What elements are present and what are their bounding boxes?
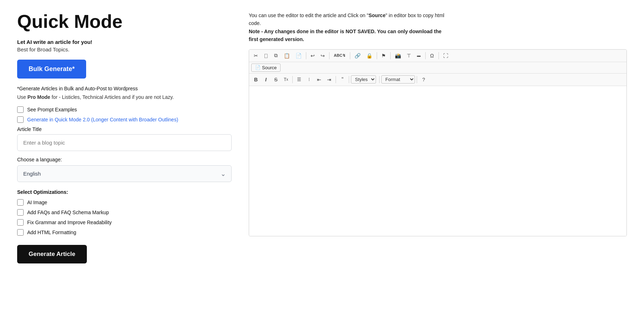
source-label: Source — [262, 65, 277, 70]
bulk-generate-button[interactable]: Bulk Generate* — [17, 60, 86, 79]
source-icon: 📄 — [255, 65, 261, 70]
article-title-input[interactable] — [17, 134, 232, 151]
toolbar-undo-button[interactable]: ↩ — [308, 51, 317, 60]
toolbar-italic-button[interactable]: I — [261, 75, 271, 84]
ai-image-label: AI Image — [27, 200, 47, 205]
faqs-row: Add FAQs and FAQ Schema Markup — [17, 209, 232, 216]
toolbar-indent-button[interactable]: ⇥ — [325, 75, 334, 84]
prompt-examples-row: See Prompt Examples — [17, 106, 232, 113]
faqs-label: Add FAQs and FAQ Schema Markup — [27, 210, 109, 215]
subtitle-normal: Best for Broad Topics. — [17, 46, 232, 52]
editor-toolbar-row2: B I S Tx ☰ ⁝ ⇤ ⇥ “ Styles Format Normal — [249, 74, 626, 86]
toolbar-redo-button[interactable]: ↪ — [318, 51, 327, 60]
toolbar-strikethrough-button[interactable]: S — [271, 75, 281, 84]
prompt-examples-label: See Prompt Examples — [27, 107, 77, 112]
toolbar-divider-2 — [329, 52, 330, 59]
toolbar-divider-7 — [439, 52, 439, 59]
pro-mode-suffix: for - Listicles, Technical Articles and … — [50, 94, 174, 100]
optimizations-label: Select Optimizations: — [17, 189, 232, 195]
editor-source-row: 📄 Source — [249, 62, 626, 74]
article-title-label: Article Title — [17, 126, 232, 132]
toolbar-divider-8 — [292, 76, 293, 83]
left-panel: Quick Mode Let AI write an article for y… — [17, 11, 232, 263]
toolbar-link-button[interactable]: 🔗 — [352, 51, 363, 60]
html-format-row: Add HTML Formatting — [17, 229, 232, 236]
toolbar-blockquote-button[interactable]: “ — [338, 75, 347, 84]
toolbar-copy2-button[interactable]: ⧉ — [271, 51, 281, 60]
format-select[interactable]: Format Normal Heading 1 Heading 2 Headin… — [381, 75, 415, 84]
html-format-label: Add HTML Formatting — [27, 230, 76, 235]
toolbar-cut-button[interactable]: ✂ — [251, 51, 261, 60]
toolbar-fullscreen-button[interactable]: ⛶ — [441, 51, 451, 60]
quick-mode-row: Generate in Quick Mode 2.0 (Longer Conte… — [17, 116, 232, 123]
page-title: Quick Mode — [17, 11, 232, 32]
subtitle-bold: Let AI write an article for you! — [17, 39, 232, 45]
toolbar-help-button[interactable]: ? — [419, 75, 428, 84]
right-panel: You can use the editor to edit the artic… — [249, 11, 627, 263]
bulk-desc: *Generate Articles in Bulk and Auto-Post… — [17, 86, 232, 91]
toolbar-bold-button[interactable]: B — [251, 75, 261, 84]
faqs-checkbox[interactable] — [17, 209, 24, 216]
editor-info-source: Source — [368, 12, 385, 18]
language-select[interactable]: English Spanish French German Portuguese… — [17, 165, 232, 182]
toolbar-image-button[interactable]: 📸 — [392, 51, 403, 60]
toolbar-divider-9 — [336, 76, 336, 83]
toolbar-spell-button[interactable]: ABC↯ — [331, 51, 348, 60]
language-label: Choose a language: — [17, 157, 232, 162]
toolbar-divider-12 — [417, 76, 417, 83]
editor-body[interactable] — [249, 86, 626, 236]
toolbar-hrule-button[interactable]: ▬ — [414, 51, 423, 60]
language-select-wrapper: English Spanish French German Portuguese… — [17, 165, 232, 182]
ai-image-checkbox[interactable] — [17, 199, 24, 206]
pro-mode-text: Use Pro Mode for - Listicles, Technical … — [17, 94, 232, 100]
generate-article-button[interactable]: Generate Article — [17, 245, 87, 263]
quick-mode-checkbox[interactable] — [17, 116, 24, 123]
toolbar-divider-6 — [425, 52, 426, 59]
styles-select[interactable]: Styles — [351, 75, 376, 84]
toolbar-divider-11 — [379, 76, 380, 83]
toolbar-paste-button[interactable]: 📋 — [281, 51, 292, 60]
editor-toolbar-row1: ✂ ⎕ ⧉ 📋 📄 ↩ ↪ ABC↯ 🔗 🔒 ⚑ 📸 ⊤ ▬ — [249, 50, 626, 62]
pro-mode-prefix: Use — [17, 94, 28, 100]
editor-info-text1: You can use the editor to edit the artic… — [249, 12, 368, 18]
toolbar-divider-5 — [390, 52, 391, 59]
ai-image-row: AI Image — [17, 199, 232, 206]
grammar-checkbox[interactable] — [17, 219, 24, 226]
toolbar-copy-button[interactable]: ⎕ — [261, 51, 271, 60]
grammar-row: Fix Grammar and Improve Readability — [17, 219, 232, 226]
quick-mode-link[interactable]: Generate in Quick Mode 2.0 (Longer Conte… — [27, 117, 178, 122]
toolbar-divider-10 — [349, 76, 349, 83]
toolbar-divider-1 — [306, 52, 306, 59]
toolbar-divider-4 — [377, 52, 377, 59]
toolbar-table-button[interactable]: ⊤ — [404, 51, 413, 60]
source-button[interactable]: 📄 Source — [251, 64, 281, 72]
html-format-checkbox[interactable] — [17, 229, 24, 236]
toolbar-omega-button[interactable]: Ω — [427, 51, 437, 60]
grammar-label: Fix Grammar and Improve Readability — [27, 220, 112, 225]
editor-box: ✂ ⎕ ⧉ 📋 📄 ↩ ↪ ABC↯ 🔗 🔒 ⚑ 📸 ⊤ ▬ — [249, 49, 627, 236]
toolbar-unlink-button[interactable]: 🔒 — [364, 51, 375, 60]
toolbar-ol-button[interactable]: ☰ — [294, 75, 304, 84]
toolbar-paste2-button[interactable]: 📄 — [293, 51, 304, 60]
prompt-examples-checkbox[interactable] — [17, 106, 24, 113]
toolbar-flag-button[interactable]: ⚑ — [379, 51, 388, 60]
editor-info: You can use the editor to edit the artic… — [249, 11, 449, 44]
toolbar-divider-3 — [350, 52, 350, 59]
toolbar-ul-button[interactable]: ⁝ — [304, 75, 314, 84]
pro-mode-word: Pro Mode — [28, 94, 50, 100]
toolbar-outdent-button[interactable]: ⇤ — [314, 75, 324, 84]
editor-info-note: Note - Any changes done in the editor is… — [249, 29, 441, 42]
toolbar-clear-format-button[interactable]: Tx — [281, 75, 291, 84]
